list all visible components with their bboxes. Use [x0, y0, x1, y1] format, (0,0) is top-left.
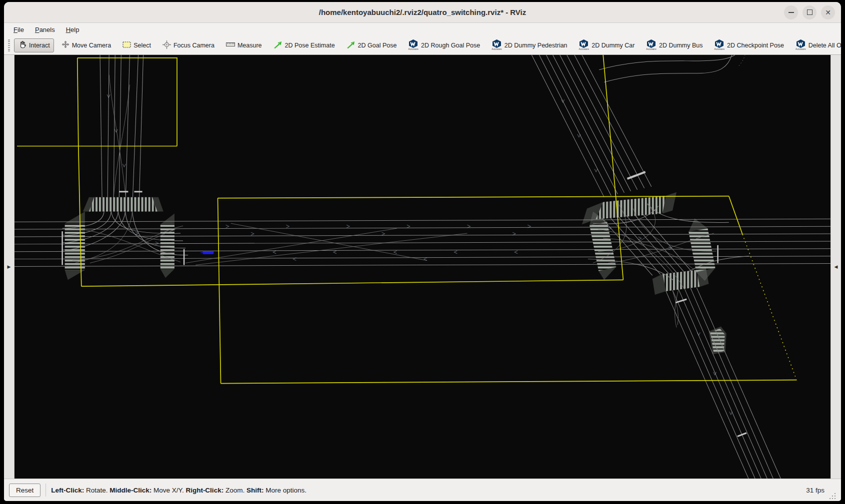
- tool-label: Move Camera: [72, 42, 112, 49]
- tool-interact[interactable]: Interact: [14, 38, 54, 52]
- autoware-icon: Autoware: [408, 39, 418, 51]
- tool-2d-dummy-pedestrian[interactable]: Autoware 2D Dummy Pedestrian: [488, 37, 571, 53]
- tool-measure[interactable]: Measure: [222, 39, 266, 51]
- hint-key: Middle-Click:: [110, 487, 152, 494]
- minimize-button[interactable]: [784, 5, 798, 19]
- maximize-icon: [807, 9, 812, 15]
- tool-2d-goal-pose[interactable]: 2D Goal Pose: [342, 38, 401, 52]
- tool-2d-rough-goal-pose[interactable]: Autoware 2D Rough Goal Pose: [404, 37, 484, 53]
- menu-panels[interactable]: Panels: [30, 24, 60, 35]
- close-icon: ✕: [825, 9, 831, 16]
- tool-label: Select: [134, 42, 151, 49]
- branch-road-top-right: [599, 55, 745, 82]
- menu-file[interactable]: File: [9, 24, 28, 35]
- focus-crosshair-icon: [162, 40, 171, 50]
- chevron-left-icon: ◀: [834, 264, 838, 269]
- toolbar-drag-handle[interactable]: [8, 39, 10, 51]
- chevron-right-icon: ▶: [8, 264, 11, 269]
- window-title: /home/kentoyabuuchi2/.rviz2/quatro_switc…: [4, 8, 841, 16]
- reset-button[interactable]: Reset: [9, 484, 40, 497]
- menu-help[interactable]: Help: [62, 24, 84, 35]
- tool-label: 2D Dummy Bus: [659, 42, 703, 49]
- autoware-icon: Autoware: [796, 39, 806, 51]
- tool-label: Focus Camera: [174, 42, 214, 49]
- tool-delete-all-objects[interactable]: Autoware Delete All Objects: [792, 37, 841, 53]
- fps-counter: 31 fps: [806, 487, 824, 494]
- tool-2d-pose-estimate[interactable]: 2D Pose Estimate: [270, 38, 339, 52]
- tool-label: Delete All Objects: [808, 42, 841, 49]
- map-boundary-lines: [17, 55, 797, 384]
- green-arrow-icon: [274, 40, 282, 50]
- minimize-icon: [788, 12, 794, 13]
- menubar: File Panels Help: [4, 23, 841, 36]
- tool-label: 2D Dummy Pedestrian: [504, 42, 568, 49]
- hand-icon: [18, 40, 26, 50]
- resize-grip[interactable]: [830, 493, 836, 500]
- tool-focus-camera[interactable]: Focus Camera: [158, 38, 218, 52]
- lanelet-map: [14, 55, 830, 479]
- hint-desc: Move X/Y.: [152, 487, 186, 494]
- tool-label: 2D Goal Pose: [358, 42, 397, 49]
- tool-select[interactable]: Select: [118, 39, 155, 52]
- move-arrows-icon: [62, 40, 70, 50]
- maximize-button[interactable]: [802, 5, 816, 19]
- right-panel-collapse-handle[interactable]: ◀: [830, 55, 841, 479]
- rviz-window: /home/kentoyabuuchi2/.rviz2/quatro_switc…: [4, 2, 841, 501]
- hint-key: Shift:: [246, 487, 264, 494]
- selection-box-icon: [122, 41, 131, 50]
- viewport-row: ▶: [4, 55, 841, 479]
- green-arrow-icon: [346, 40, 356, 50]
- hint-key: Right-Click:: [186, 487, 224, 494]
- tool-label: Interact: [29, 42, 50, 49]
- 3d-viewport[interactable]: [14, 55, 830, 479]
- ruler-icon: [226, 41, 235, 49]
- tool-move-camera[interactable]: Move Camera: [58, 38, 116, 52]
- hint-key: Left-Click:: [51, 487, 84, 494]
- window-controls: ✕: [784, 5, 841, 19]
- tool-label: 2D Checkpoint Pose: [727, 42, 784, 49]
- tool-2d-dummy-car[interactable]: Autoware 2D Dummy Car: [575, 37, 639, 53]
- statusbar-separator: [46, 484, 46, 497]
- tool-label: Measure: [238, 42, 262, 49]
- lane-direction-arrows: [107, 94, 732, 415]
- close-button[interactable]: ✕: [821, 5, 835, 19]
- statusbar: Reset Left-Click: Rotate. Middle-Click: …: [4, 479, 841, 501]
- titlebar[interactable]: /home/kentoyabuuchi2/.rviz2/quatro_switc…: [4, 2, 841, 23]
- tool-label: 2D Dummy Car: [592, 42, 634, 49]
- north-road-lines: [100, 55, 144, 197]
- blue-marker: [200, 251, 214, 254]
- left-panel-collapse-handle[interactable]: ▶: [4, 55, 14, 479]
- toolbar: Interact Move Camera Select Focus Camera…: [4, 36, 841, 55]
- hint-desc: Rotate.: [84, 487, 110, 494]
- autoware-icon: Autoware: [646, 39, 656, 51]
- tool-label: 2D Pose Estimate: [285, 42, 335, 49]
- hint-desc: Zoom.: [224, 487, 246, 494]
- autoware-icon: Autoware: [714, 39, 724, 51]
- tool-2d-dummy-bus[interactable]: Autoware 2D Dummy Bus: [642, 37, 706, 53]
- hint-desc: More options.: [264, 487, 306, 494]
- mouse-hints: Left-Click: Rotate. Middle-Click: Move X…: [51, 487, 306, 494]
- diagonal-road-lower: [666, 288, 780, 479]
- tool-2d-checkpoint-pose[interactable]: Autoware 2D Checkpoint Pose: [710, 37, 788, 53]
- autoware-icon: Autoware: [492, 39, 502, 51]
- tool-label: 2D Rough Goal Pose: [421, 42, 480, 49]
- autoware-icon: Autoware: [579, 39, 590, 51]
